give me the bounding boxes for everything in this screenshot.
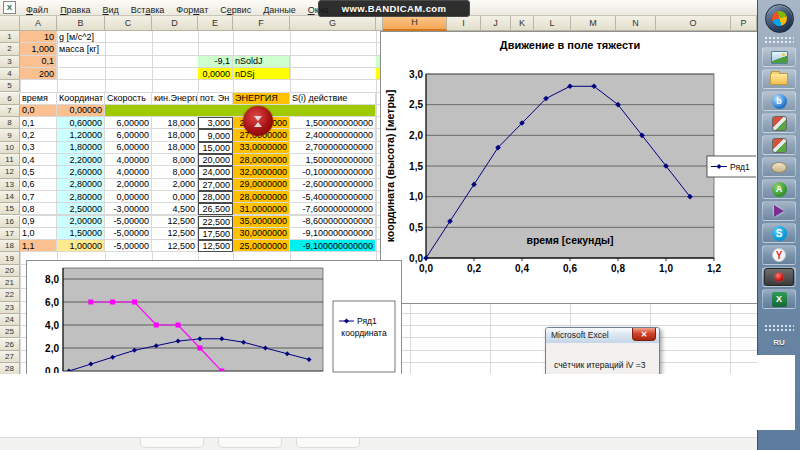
cell-B18[interactable]: 1,00000 [57, 240, 105, 252]
cell-A18[interactable]: 1,1 [20, 240, 57, 252]
col-title-4[interactable]: кин.Энерги [152, 93, 198, 105]
cell-G8[interactable]: 1,500000000000 [290, 117, 376, 129]
excel-app-icon[interactable]: X [3, 1, 16, 14]
row-header-19[interactable]: 19 [0, 252, 20, 264]
menu-item-5[interactable]: Формат [170, 5, 214, 15]
cell-A14[interactable]: 0,7 [20, 191, 57, 203]
cell-E9[interactable]: 9,000 [198, 129, 233, 141]
cell-F11[interactable]: 28,0000000 [233, 154, 290, 166]
cell-B11[interactable]: 2,20000 [57, 154, 105, 166]
menu-item-1[interactable]: Файл [20, 5, 54, 15]
cell-A3[interactable]: 0,1 [20, 56, 57, 68]
col-title-5[interactable]: пот. Эн [198, 93, 233, 105]
taskbar-aimp[interactable]: A [762, 179, 796, 199]
dialog-close-button[interactable]: ✕ [632, 328, 656, 341]
cell-F18[interactable]: 25,0000000 [233, 240, 290, 252]
cell-E17[interactable]: 17,500 [198, 228, 233, 240]
cell-D12[interactable]: 8,000 [152, 166, 198, 178]
row-header-7[interactable]: 7 [0, 105, 20, 117]
excel-dialog[interactable]: Microsoft Excel ✕ счётчик итераций iV =3 [545, 327, 660, 377]
cell-F4[interactable]: nDSj [233, 68, 290, 80]
cell-D8[interactable]: 18,000 [152, 117, 198, 129]
cell-A13[interactable]: 0,6 [20, 179, 57, 191]
menu-item-2[interactable]: Правка [54, 5, 96, 15]
col-title-1[interactable]: время [20, 93, 57, 105]
cell-C12[interactable]: 4,00000 [105, 166, 152, 178]
cell-E12[interactable]: 24,000 [198, 166, 233, 178]
column-header-F[interactable]: F [233, 15, 290, 31]
cell-B8[interactable]: 0,60000 [57, 117, 105, 129]
cell-A11[interactable]: 0,4 [20, 154, 57, 166]
row-header-15[interactable]: 15 [0, 203, 20, 215]
cell-D17[interactable]: 12,500 [152, 228, 198, 240]
row-header-18[interactable]: 18 [0, 240, 20, 252]
menu-item-4[interactable]: Вставка [125, 5, 170, 15]
cell-G11[interactable]: 1,500000000000 [290, 154, 376, 166]
row-header-27[interactable]: 27 [0, 351, 20, 363]
column-header-L[interactable]: L [534, 15, 571, 31]
cell-C9[interactable]: 6,00000 [105, 129, 152, 141]
row-header-5[interactable]: 5 [0, 80, 20, 92]
taskbar-record[interactable] [762, 267, 796, 287]
cell-F10[interactable]: 33,0000000 [233, 142, 290, 154]
row-header-6[interactable]: 6 [0, 93, 20, 105]
cell-B12[interactable]: 2,60000 [57, 166, 105, 178]
cell-A1[interactable]: 10 [20, 31, 57, 43]
cell-E18[interactable]: 12,500 [198, 240, 233, 252]
cell-B7[interactable]: 0,00000 [57, 105, 105, 117]
cell-B1[interactable]: g [м/с^2] [57, 31, 177, 43]
cell-E10[interactable]: 15,000 [198, 142, 233, 154]
row-header-20[interactable]: 20 [0, 265, 20, 277]
row-header-2[interactable]: 2 [0, 43, 20, 55]
cell-B14[interactable]: 2,80000 [57, 191, 105, 203]
cell-D14[interactable]: 0,000 [152, 191, 198, 203]
cell-A7[interactable]: 0,0 [20, 105, 57, 117]
cell-D9[interactable]: 18,000 [152, 129, 198, 141]
col-title-3[interactable]: Скорость [105, 93, 152, 105]
cell-E3[interactable]: -9,1 [198, 56, 233, 68]
cell-B17[interactable]: 1,50000 [57, 228, 105, 240]
cell-F17[interactable]: 30,0000000 [233, 228, 290, 240]
language-indicator[interactable]: RU [773, 338, 785, 347]
cell-F15[interactable]: 31,0000000 [233, 203, 290, 215]
row-header-24[interactable]: 24 [0, 314, 20, 326]
cell-G17[interactable]: -9,100000000000 [290, 228, 376, 240]
row-header-8[interactable]: 8 [0, 117, 20, 129]
row-header-25[interactable]: 25 [0, 326, 20, 338]
row-header-4[interactable]: 4 [0, 68, 20, 80]
row-header-12[interactable]: 12 [0, 166, 20, 178]
row-header-14[interactable]: 14 [0, 191, 20, 203]
col-title-7[interactable]: S(i) действие [290, 93, 376, 105]
row-header-3[interactable]: 3 [0, 56, 20, 68]
cell-C10[interactable]: 6,00000 [105, 142, 152, 154]
column-header-I[interactable]: I [447, 15, 481, 31]
cell-G10[interactable]: 2,700000000000 [290, 142, 376, 154]
cell-row7-band[interactable] [105, 105, 376, 117]
cell-E14[interactable]: 28,000 [198, 191, 233, 203]
cell-C16[interactable]: -5,00000 [105, 216, 152, 228]
taskbar-skype[interactable]: S [762, 223, 796, 243]
cell-C11[interactable]: 4,00000 [105, 154, 152, 166]
cell-C13[interactable]: 2,00000 [105, 179, 152, 191]
taskbar-yandex[interactable]: Y [762, 245, 796, 265]
cell-A8[interactable]: 0,1 [20, 117, 57, 129]
sheet-tab[interactable] [218, 438, 282, 448]
cell-A10[interactable]: 0,3 [20, 142, 57, 154]
col-title-6[interactable]: ЭНЕРГИЯ [233, 93, 290, 105]
cell-C15[interactable]: -3,00000 [105, 203, 152, 215]
row-header-22[interactable]: 22 [0, 289, 20, 301]
cell-F12[interactable]: 32,0000000 [233, 166, 290, 178]
sheet-tab[interactable] [296, 438, 360, 448]
column-header-G[interactable]: G [290, 15, 376, 31]
sheet-tab[interactable] [140, 438, 204, 448]
row-header-16[interactable]: 16 [0, 216, 20, 228]
cell-E16[interactable]: 22,500 [198, 216, 233, 228]
column-header-sliver[interactable] [376, 15, 383, 31]
taskbar-bandicam[interactable]: b [762, 91, 796, 111]
cell-G18[interactable]: -9,100000000000 [290, 240, 376, 252]
cell-E11[interactable]: 20,000 [198, 154, 233, 166]
column-header-A[interactable]: A [20, 15, 57, 31]
cell-D13[interactable]: 2,000 [152, 179, 198, 191]
cell-A17[interactable]: 1,0 [20, 228, 57, 240]
cell-E4[interactable]: 0,0000 [198, 68, 233, 80]
